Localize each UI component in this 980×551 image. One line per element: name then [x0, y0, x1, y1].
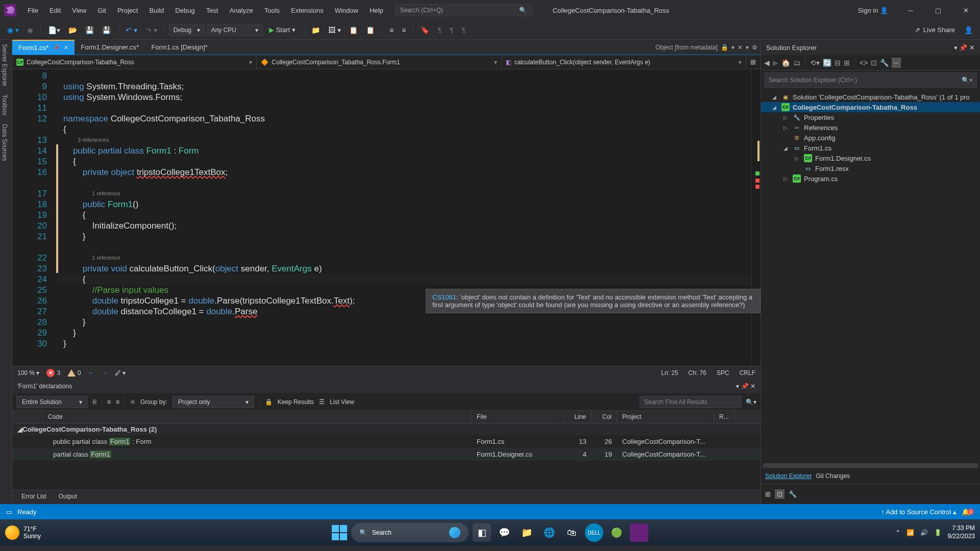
platform-dropdown[interactable]: Any CPU▾ [207, 24, 263, 36]
error-count[interactable]: ✕3 [46, 369, 60, 377]
back-button[interactable]: ◉ ▾ [4, 24, 22, 36]
split-icon[interactable]: ⊞ [746, 55, 761, 69]
start-button[interactable] [332, 525, 347, 540]
indent-indicator[interactable]: SPC [717, 369, 729, 377]
start-debug-button[interactable]: ▶Start ▾ [265, 24, 300, 35]
tool-icon[interactable]: 🖉 ▾ [115, 369, 126, 377]
redo-button[interactable]: ↷ ▾ [142, 24, 160, 36]
panel-close-icon[interactable]: ✕ [750, 383, 755, 390]
result-row[interactable]: public partial class Form1 : Form Form1.… [12, 435, 761, 448]
list-view-toggle[interactable]: List View [330, 398, 354, 406]
tb-icon-6[interactable]: ≡ [399, 24, 409, 36]
menu-extensions[interactable]: Extensions [286, 4, 329, 17]
zoom-dropdown[interactable]: 100 % ▾ [17, 369, 39, 377]
panel-pin-icon[interactable]: 📌 [741, 383, 749, 390]
tb-icon-9[interactable]: ¶ [447, 24, 457, 36]
codelens-refs[interactable]: 1 reference [63, 188, 751, 199]
dell-icon[interactable]: DELL [585, 523, 603, 542]
code-editor[interactable]: 8 9 10 11 12 13 14 15 16 17 18 19 20 21 … [12, 69, 761, 366]
vs-icon[interactable] [630, 523, 648, 542]
battery-icon[interactable]: 🔋 [934, 529, 942, 536]
close-button[interactable]: ✕ [955, 3, 976, 18]
tb-icon-8[interactable]: ¶ [434, 24, 445, 36]
clock[interactable]: 7:33 PM9/22/2023 [948, 524, 975, 540]
prop-icon-2[interactable]: ⊡ [775, 489, 785, 499]
col-line[interactable]: Line [564, 411, 592, 423]
toolbox-tab[interactable]: Toolbox [1, 94, 11, 115]
se-close-icon[interactable]: ✕ [969, 44, 975, 52]
undo-button[interactable]: ↶ ▾ [122, 24, 140, 36]
store-icon[interactable]: 🛍 [562, 523, 581, 542]
panel-dropdown-icon[interactable]: ▾ [736, 383, 739, 390]
scope-dropdown[interactable]: Entire Solution▾ [16, 396, 88, 408]
tb-icon-1[interactable]: 📁 [308, 24, 323, 36]
prop-icon-1[interactable]: ⊞ [765, 490, 771, 498]
source-control-button[interactable]: ↑ Add to Source Control ▴ [881, 508, 957, 516]
se-sync-icon[interactable]: ⟲▾ [810, 59, 820, 67]
tb-icon-3[interactable]: 📋 [346, 24, 361, 36]
se-collapse-icon[interactable]: ⊟ [835, 59, 841, 67]
prop-icon-3[interactable]: 🔧 [789, 490, 797, 498]
se-pin-icon[interactable]: 📌 [959, 44, 967, 52]
tb-icon-10[interactable]: ¶ [458, 24, 469, 36]
tab-design[interactable]: Form1.cs [Design]* [145, 40, 214, 55]
save-all-button[interactable]: 💾 [99, 24, 114, 36]
col-file[interactable]: File [472, 411, 564, 423]
references-node[interactable]: ▷▫▫References [761, 122, 980, 133]
se-switch-icon[interactable]: 🗂 [793, 59, 800, 67]
taskbar-search[interactable]: 🔍Search [351, 523, 469, 542]
tab-designer-cs[interactable]: Form1.Designer.cs* [75, 40, 145, 55]
tab-errorlist[interactable]: Error List [15, 490, 53, 504]
tb-icon-7[interactable]: 🔖 [418, 24, 432, 36]
col-indicator[interactable]: Ch: 76 [689, 369, 706, 377]
eol-indicator[interactable]: CRLF [740, 369, 755, 377]
line-indicator[interactable]: Ln: 25 [661, 369, 678, 377]
nav-member-dropdown[interactable]: ◧calculateButton_Click(object sender, Ev… [502, 55, 746, 69]
explorer-icon[interactable]: 📁 [518, 523, 536, 542]
edge-icon[interactable]: 🌐 [540, 523, 558, 542]
menu-window[interactable]: Window [330, 4, 363, 17]
codelens-refs[interactable]: 3 references [63, 135, 751, 145]
sln-node[interactable]: ◢▣Solution 'CollegeCostComparison-Tabath… [761, 92, 980, 102]
tb-copy-icon[interactable]: ⎘ [93, 398, 96, 406]
se-prop-icon[interactable]: ⊡ [871, 59, 877, 67]
properties-node[interactable]: ▷🔧Properties [761, 112, 980, 122]
se-home-icon[interactable]: 🏠 [781, 59, 790, 67]
weather-widget[interactable]: 71°FSunny [5, 525, 41, 540]
se-tab-gitchanges[interactable]: Git Changes [816, 472, 850, 480]
new-item-button[interactable]: 📄▾ [45, 24, 63, 36]
data-sources-tab[interactable]: Data Sources [1, 124, 11, 161]
menu-test[interactable]: Test [201, 4, 224, 17]
notifications-button[interactable]: 🔔1 [962, 508, 974, 516]
menu-git[interactable]: Git [92, 4, 111, 17]
forward-button[interactable]: ◉ [24, 24, 36, 36]
se-showall-icon[interactable]: ⊞ [844, 59, 850, 67]
chat-icon[interactable]: 💬 [495, 523, 513, 542]
scrollbar-minimap[interactable] [751, 69, 761, 366]
gear-icon[interactable]: ⚙ [752, 44, 757, 51]
global-search[interactable]: Search (Ctrl+Q) 🔍 [395, 4, 532, 16]
groupby-dropdown[interactable]: Project only▾ [173, 396, 254, 408]
save-button[interactable]: 💾 [82, 24, 97, 36]
tb-icon-5[interactable]: ≡ [386, 24, 397, 36]
tab-output[interactable]: Output [53, 490, 83, 504]
menu-view[interactable]: View [67, 4, 91, 17]
col-col[interactable]: Col [592, 411, 617, 423]
menu-help[interactable]: Help [364, 4, 388, 17]
tb-expand-icon[interactable]: ≡ [116, 398, 119, 406]
search-icon[interactable]: 🔍▾ [746, 398, 756, 406]
signin-button[interactable]: Sign in 👤 [853, 5, 893, 16]
se-wrench-icon[interactable]: 🔧 [880, 59, 889, 67]
server-explorer-tab[interactable]: Server Explorer [1, 44, 11, 86]
tray-chevron-icon[interactable]: ⌃ [895, 529, 900, 536]
project-node[interactable]: ◢C#CollegeCostComparison-Tabatha_Ross [761, 102, 980, 112]
se-code-icon[interactable]: <> [860, 59, 868, 67]
minimize-button[interactable]: ─ [900, 3, 921, 18]
close-preview-icon[interactable]: ✕ [738, 44, 743, 51]
keep-results-toggle[interactable]: Keep Results [278, 398, 314, 406]
col-r[interactable]: R... [714, 411, 734, 423]
tb-collapse-icon[interactable]: ≡ [107, 398, 111, 406]
menu-edit[interactable]: Edit [44, 4, 66, 17]
volume-icon[interactable]: 🔊 [920, 529, 928, 536]
wifi-icon[interactable]: 📶 [906, 529, 914, 536]
